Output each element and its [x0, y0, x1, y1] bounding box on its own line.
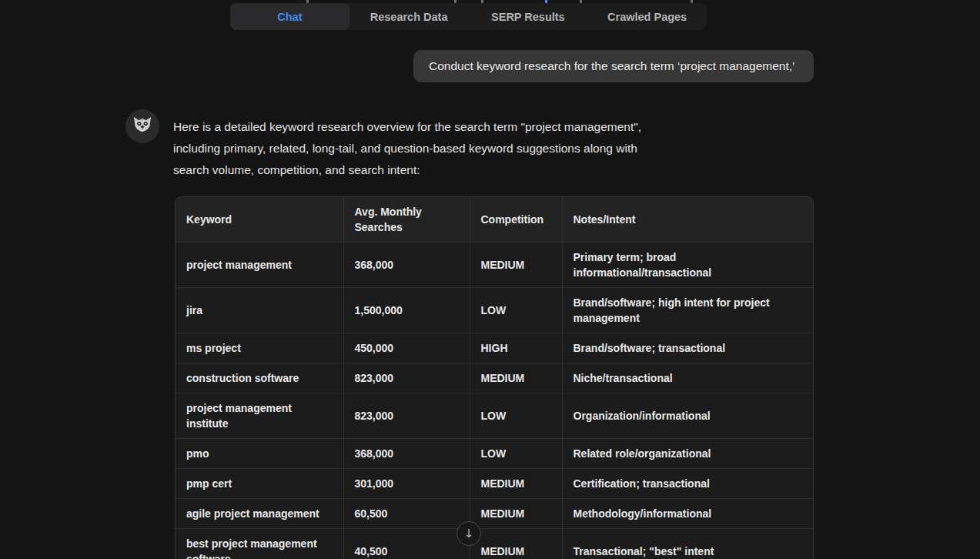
competition-cell: LOW [470, 393, 562, 439]
keyword-cell: ms project [176, 333, 343, 363]
keyword-cell: agile project management [176, 499, 343, 529]
keyword-cell: construction software [176, 363, 343, 393]
table-row: pmp cert301,000MEDIUMCertification; tran… [176, 469, 813, 499]
table-row: ms project450,000HIGHBrand/software; tra… [176, 333, 813, 363]
keyword-cell: project management [176, 243, 343, 288]
table-row: project management institute823,000LOWOr… [176, 393, 813, 439]
keyword-research-table: Keyword Avg. Monthly Searches Competitio… [175, 196, 814, 559]
notes-intent-cell: Primary term; broad informational/transa… [562, 243, 813, 288]
table-row: project management368,000MEDIUMPrimary t… [176, 243, 813, 288]
avg-monthly-searches-cell: 823,000 [343, 393, 470, 439]
assistant-message-text: Here is a detailed keyword research over… [173, 116, 675, 181]
keyword-cell: pmp cert [176, 469, 343, 499]
tab-crawled-pages[interactable]: Crawled Pages [587, 3, 707, 30]
user-message-text: Conduct keyword research for the search … [429, 59, 795, 73]
column-header-notes-intent: Notes/Intent [562, 197, 813, 243]
competition-cell: MEDIUM [470, 499, 562, 529]
avatar [125, 109, 159, 143]
owl-logo-icon [132, 114, 153, 139]
avg-monthly-searches-cell: 368,000 [343, 439, 470, 469]
competition-cell: HIGH [470, 333, 562, 363]
tab-bar: ChatResearch DataSERP ResultsCrawled Pag… [230, 3, 707, 30]
notes-intent-cell: Certification; transactional [562, 469, 813, 499]
scroll-to-bottom-button[interactable]: ↓ [457, 521, 481, 546]
keyword-cell: pmo [176, 439, 343, 469]
tab-serp-results[interactable]: SERP Results [469, 3, 588, 30]
competition-cell: MEDIUM [470, 469, 562, 499]
competition-cell: MEDIUM [470, 529, 562, 559]
table-row: construction software823,000MEDIUMNiche/… [176, 363, 813, 393]
tab-chat[interactable]: Chat [230, 3, 350, 30]
table-row: pmo368,000LOWRelated role/organizational [176, 439, 813, 469]
notes-intent-cell: Brand/software; high intent for project … [562, 288, 813, 333]
avg-monthly-searches-cell: 368,000 [343, 243, 470, 288]
keyword-cell: jira [176, 288, 343, 333]
notes-intent-cell: Related role/organizational [562, 439, 813, 469]
avg-monthly-searches-cell: 1,500,000 [343, 288, 470, 333]
keyword-cell: best project management software [176, 529, 343, 559]
competition-cell: MEDIUM [470, 363, 562, 393]
table-row: jira1,500,000LOWBrand/software; high int… [176, 288, 813, 333]
competition-cell: MEDIUM [470, 243, 562, 288]
notes-intent-cell: Brand/software; transactional [562, 333, 813, 363]
table-header-row: Keyword Avg. Monthly Searches Competitio… [176, 197, 813, 243]
down-arrow-icon: ↓ [464, 527, 474, 541]
table-row: agile project management60,500MEDIUMMeth… [176, 499, 813, 529]
tab-research-data[interactable]: Research Data [350, 3, 469, 30]
notes-intent-cell: Transactional; "best" intent [562, 529, 813, 559]
avg-monthly-searches-cell: 40,500 [343, 529, 470, 559]
table-row: best project management software40,500ME… [176, 529, 813, 559]
chat-page: ChatResearch DataSERP ResultsCrawled Pag… [0, 0, 980, 559]
avg-monthly-searches-cell: 60,500 [343, 499, 470, 529]
avg-monthly-searches-cell: 301,000 [343, 469, 470, 499]
keyword-cell: project management institute [176, 393, 343, 439]
column-header-avg-monthly-searches: Avg. Monthly Searches [343, 197, 470, 243]
column-header-keyword: Keyword [176, 197, 343, 243]
avg-monthly-searches-cell: 450,000 [343, 333, 470, 363]
avg-monthly-searches-cell: 823,000 [343, 363, 470, 393]
user-message-bubble: Conduct keyword research for the search … [413, 50, 814, 82]
notes-intent-cell: Organization/informational [562, 393, 813, 439]
column-header-competition: Competition [470, 197, 562, 243]
notes-intent-cell: Niche/transactional [562, 363, 813, 393]
notes-intent-cell: Methodology/informational [562, 499, 813, 529]
competition-cell: LOW [470, 288, 562, 333]
competition-cell: LOW [470, 439, 562, 469]
